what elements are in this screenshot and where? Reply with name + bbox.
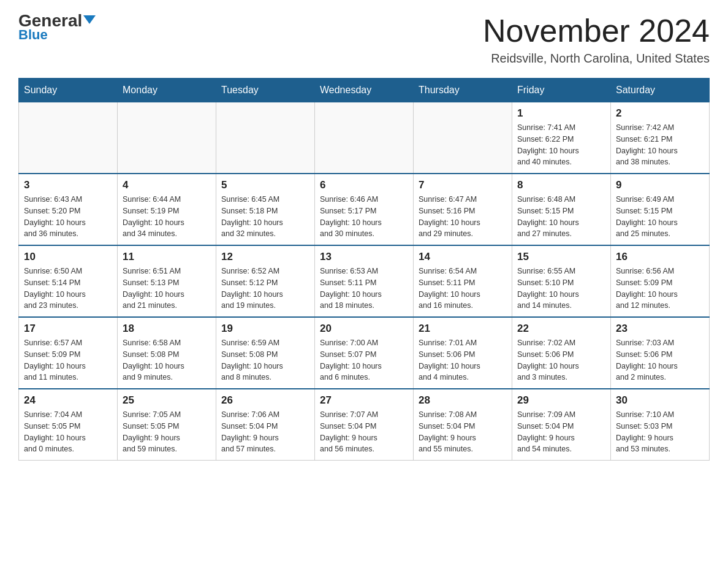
- day-info: Sunrise: 6:58 AM Sunset: 5:08 PM Dayligh…: [123, 337, 211, 383]
- day-info: Sunrise: 6:54 AM Sunset: 5:11 PM Dayligh…: [419, 266, 507, 312]
- day-number: 16: [616, 251, 704, 263]
- day-info: Sunrise: 7:00 AM Sunset: 5:07 PM Dayligh…: [320, 337, 408, 383]
- calendar-day-cell: 4Sunrise: 6:44 AM Sunset: 5:19 PM Daylig…: [118, 174, 216, 245]
- day-info: Sunrise: 6:45 AM Sunset: 5:18 PM Dayligh…: [221, 194, 309, 240]
- day-number: 19: [221, 323, 309, 335]
- day-number: 26: [221, 394, 309, 407]
- calendar-day-cell: 1Sunrise: 7:41 AM Sunset: 6:22 PM Daylig…: [512, 102, 611, 174]
- day-of-week-header: Friday: [512, 79, 611, 102]
- day-number: 13: [320, 251, 408, 263]
- calendar-day-cell: 2Sunrise: 7:42 AM Sunset: 6:21 PM Daylig…: [611, 102, 710, 174]
- day-number: 22: [517, 323, 605, 335]
- calendar-week-row: 3Sunrise: 6:43 AM Sunset: 5:20 PM Daylig…: [19, 174, 710, 245]
- calendar-day-cell: 21Sunrise: 7:01 AM Sunset: 5:06 PM Dayli…: [414, 317, 512, 389]
- page-header: General Blue November 2024 Reidsville, N…: [18, 12, 710, 66]
- calendar-day-cell: 6Sunrise: 6:46 AM Sunset: 5:17 PM Daylig…: [315, 174, 414, 245]
- calendar-day-cell: 19Sunrise: 6:59 AM Sunset: 5:08 PM Dayli…: [216, 317, 315, 389]
- day-number: 21: [419, 323, 507, 335]
- calendar-day-cell: 20Sunrise: 7:00 AM Sunset: 5:07 PM Dayli…: [315, 317, 414, 389]
- day-number: 12: [221, 251, 309, 263]
- day-info: Sunrise: 7:10 AM Sunset: 5:03 PM Dayligh…: [616, 409, 704, 455]
- day-info: Sunrise: 6:56 AM Sunset: 5:09 PM Dayligh…: [616, 266, 704, 312]
- calendar-day-cell: 17Sunrise: 6:57 AM Sunset: 5:09 PM Dayli…: [19, 317, 118, 389]
- day-number: 11: [123, 251, 211, 263]
- day-number: 28: [419, 394, 507, 407]
- calendar-day-cell: 14Sunrise: 6:54 AM Sunset: 5:11 PM Dayli…: [414, 245, 512, 317]
- day-number: 6: [320, 179, 408, 191]
- calendar-day-cell: [216, 102, 315, 174]
- day-info: Sunrise: 7:05 AM Sunset: 5:05 PM Dayligh…: [123, 409, 211, 455]
- logo: General Blue: [18, 12, 96, 43]
- calendar-day-cell: 13Sunrise: 6:53 AM Sunset: 5:11 PM Dayli…: [315, 245, 414, 317]
- calendar-day-cell: 11Sunrise: 6:51 AM Sunset: 5:13 PM Dayli…: [118, 245, 216, 317]
- calendar-table: SundayMondayTuesdayWednesdayThursdayFrid…: [18, 78, 710, 461]
- day-info: Sunrise: 6:59 AM Sunset: 5:08 PM Dayligh…: [221, 337, 309, 383]
- day-of-week-header: Monday: [118, 79, 216, 102]
- month-year-title: November 2024: [483, 12, 710, 49]
- day-info: Sunrise: 7:07 AM Sunset: 5:04 PM Dayligh…: [320, 409, 408, 455]
- day-info: Sunrise: 7:02 AM Sunset: 5:06 PM Dayligh…: [517, 337, 605, 383]
- day-info: Sunrise: 7:01 AM Sunset: 5:06 PM Dayligh…: [419, 337, 507, 383]
- day-number: 23: [616, 323, 704, 335]
- day-info: Sunrise: 7:41 AM Sunset: 6:22 PM Dayligh…: [517, 122, 605, 168]
- day-number: 24: [24, 394, 112, 407]
- day-info: Sunrise: 7:09 AM Sunset: 5:04 PM Dayligh…: [517, 409, 605, 455]
- day-info: Sunrise: 7:04 AM Sunset: 5:05 PM Dayligh…: [24, 409, 112, 455]
- day-info: Sunrise: 6:55 AM Sunset: 5:10 PM Dayligh…: [517, 266, 605, 312]
- calendar-day-cell: 8Sunrise: 6:48 AM Sunset: 5:15 PM Daylig…: [512, 174, 611, 245]
- calendar-day-cell: 23Sunrise: 7:03 AM Sunset: 5:06 PM Dayli…: [611, 317, 710, 389]
- day-of-week-header: Wednesday: [315, 79, 414, 102]
- day-info: Sunrise: 7:08 AM Sunset: 5:04 PM Dayligh…: [419, 409, 507, 455]
- day-number: 9: [616, 179, 704, 191]
- calendar-week-row: 10Sunrise: 6:50 AM Sunset: 5:14 PM Dayli…: [19, 245, 710, 317]
- day-info: Sunrise: 6:47 AM Sunset: 5:16 PM Dayligh…: [419, 194, 507, 240]
- day-number: 14: [419, 251, 507, 263]
- calendar-week-row: 17Sunrise: 6:57 AM Sunset: 5:09 PM Dayli…: [19, 317, 710, 389]
- day-info: Sunrise: 6:43 AM Sunset: 5:20 PM Dayligh…: [24, 194, 112, 240]
- day-number: 18: [123, 323, 211, 335]
- calendar-day-cell: 7Sunrise: 6:47 AM Sunset: 5:16 PM Daylig…: [414, 174, 512, 245]
- calendar-day-cell: 28Sunrise: 7:08 AM Sunset: 5:04 PM Dayli…: [414, 389, 512, 461]
- calendar-day-cell: [19, 102, 118, 174]
- calendar-day-cell: 25Sunrise: 7:05 AM Sunset: 5:05 PM Dayli…: [118, 389, 216, 461]
- calendar-day-cell: 5Sunrise: 6:45 AM Sunset: 5:18 PM Daylig…: [216, 174, 315, 245]
- day-number: 30: [616, 394, 704, 407]
- day-info: Sunrise: 6:52 AM Sunset: 5:12 PM Dayligh…: [221, 266, 309, 312]
- day-number: 17: [24, 323, 112, 335]
- day-number: 15: [517, 251, 605, 263]
- calendar-day-cell: [118, 102, 216, 174]
- calendar-day-cell: 12Sunrise: 6:52 AM Sunset: 5:12 PM Dayli…: [216, 245, 315, 317]
- day-info: Sunrise: 6:49 AM Sunset: 5:15 PM Dayligh…: [616, 194, 704, 240]
- calendar-day-cell: 10Sunrise: 6:50 AM Sunset: 5:14 PM Dayli…: [19, 245, 118, 317]
- day-number: 1: [517, 107, 605, 120]
- day-info: Sunrise: 6:50 AM Sunset: 5:14 PM Dayligh…: [24, 266, 112, 312]
- day-number: 27: [320, 394, 408, 407]
- day-number: 7: [419, 179, 507, 191]
- logo-triangle-icon: [83, 15, 96, 24]
- day-of-week-header: Tuesday: [216, 79, 315, 102]
- day-number: 8: [517, 179, 605, 191]
- calendar-day-cell: 29Sunrise: 7:09 AM Sunset: 5:04 PM Dayli…: [512, 389, 611, 461]
- calendar-day-cell: 24Sunrise: 7:04 AM Sunset: 5:05 PM Dayli…: [19, 389, 118, 461]
- calendar-week-row: 1Sunrise: 7:41 AM Sunset: 6:22 PM Daylig…: [19, 102, 710, 174]
- calendar-week-row: 24Sunrise: 7:04 AM Sunset: 5:05 PM Dayli…: [19, 389, 710, 461]
- day-info: Sunrise: 6:44 AM Sunset: 5:19 PM Dayligh…: [123, 194, 211, 240]
- calendar-day-cell: [315, 102, 414, 174]
- day-number: 20: [320, 323, 408, 335]
- day-number: 29: [517, 394, 605, 407]
- calendar-day-cell: 26Sunrise: 7:06 AM Sunset: 5:04 PM Dayli…: [216, 389, 315, 461]
- day-number: 5: [221, 179, 309, 191]
- calendar-day-cell: 18Sunrise: 6:58 AM Sunset: 5:08 PM Dayli…: [118, 317, 216, 389]
- location-subtitle: Reidsville, North Carolina, United State…: [483, 52, 710, 66]
- day-number: 4: [123, 179, 211, 191]
- day-number: 25: [123, 394, 211, 407]
- day-number: 2: [616, 107, 704, 120]
- calendar-day-cell: 15Sunrise: 6:55 AM Sunset: 5:10 PM Dayli…: [512, 245, 611, 317]
- day-info: Sunrise: 6:53 AM Sunset: 5:11 PM Dayligh…: [320, 266, 408, 312]
- calendar-header-row: SundayMondayTuesdayWednesdayThursdayFrid…: [19, 79, 710, 102]
- day-of-week-header: Thursday: [414, 79, 512, 102]
- day-info: Sunrise: 6:48 AM Sunset: 5:15 PM Dayligh…: [517, 194, 605, 240]
- calendar-day-cell: 3Sunrise: 6:43 AM Sunset: 5:20 PM Daylig…: [19, 174, 118, 245]
- calendar-day-cell: [414, 102, 512, 174]
- calendar-day-cell: 22Sunrise: 7:02 AM Sunset: 5:06 PM Dayli…: [512, 317, 611, 389]
